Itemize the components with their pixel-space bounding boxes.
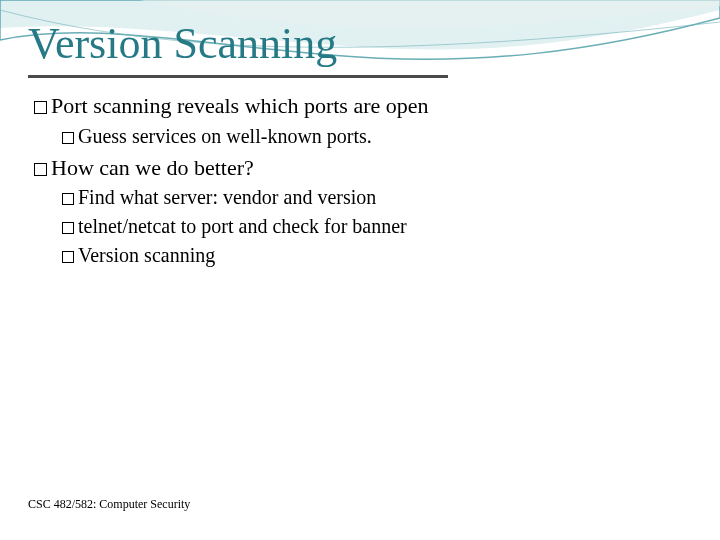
slide-content: Port scanning reveals which ports are op… (28, 92, 692, 269)
square-bullet-icon (62, 222, 74, 234)
bullet-text: telnet/netcat to port and check for bann… (78, 215, 407, 237)
square-bullet-icon (62, 251, 74, 263)
bullet-level2: telnet/netcat to port and check for bann… (62, 213, 692, 240)
square-bullet-icon (34, 163, 47, 176)
slide-footer: CSC 482/582: Computer Security (28, 497, 190, 512)
bullet-text: Find what server: vendor and version (78, 186, 376, 208)
bullet-text: How can we do better? (51, 155, 254, 180)
square-bullet-icon (34, 101, 47, 114)
square-bullet-icon (62, 132, 74, 144)
title-underline (28, 75, 448, 78)
bullet-text: Guess services on well-known ports. (78, 125, 372, 147)
bullet-level2: Guess services on well-known ports. (62, 123, 692, 150)
bullet-level2: Find what server: vendor and version (62, 184, 692, 211)
square-bullet-icon (62, 193, 74, 205)
bullet-level1: How can we do better? (34, 154, 692, 183)
bullet-level2: Version scanning (62, 242, 692, 269)
bullet-level1: Port scanning reveals which ports are op… (34, 92, 692, 121)
bullet-text: Version scanning (78, 244, 215, 266)
bullet-text: Port scanning reveals which ports are op… (51, 93, 429, 118)
slide-title: Version Scanning (28, 18, 692, 69)
slide: Version Scanning Port scanning reveals w… (0, 0, 720, 540)
